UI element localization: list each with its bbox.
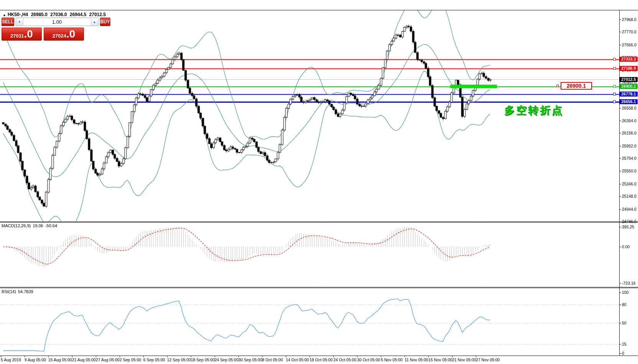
volume-spinner: ▼ ▲	[16, 18, 98, 26]
buy-price-box[interactable]: 27024 .0	[44, 28, 84, 41]
rsi-indicator-label: RSI(14)54.7839	[2, 289, 35, 294]
trade-panel-collapse-icon[interactable]: ▲	[3, 13, 6, 17]
high-value: 27036.0	[50, 12, 67, 17]
rsi-value: 54.7839	[18, 289, 33, 294]
price-level-callout[interactable]: 26900.1	[561, 82, 592, 90]
open-value: 26985.0	[31, 12, 48, 17]
chart-ohlc-header: ▲HK50-,H4 26985.0 27036.0 26944.5 27012.…	[3, 12, 107, 17]
volume-input[interactable]	[23, 18, 91, 26]
mt4-window: 新订单 自动交易	[0, 0, 638, 364]
turning-point-annotation[interactable]: 多空转折点	[504, 103, 564, 117]
sell-price-box[interactable]: 27011 .0	[2, 28, 42, 41]
macd-indicator-label: MACD(12,26,9)19.06-50.64	[2, 223, 59, 228]
low-value: 26944.5	[70, 12, 86, 17]
symbol-period-label: HK50-,H4	[8, 12, 28, 17]
price-chart-canvas[interactable]	[0, 0, 638, 364]
macd-main-value: 19.06	[33, 223, 43, 228]
close-value: 27012.5	[89, 12, 106, 17]
one-click-trade-panel: SELL ▼ ▲ BUY 27011 .0 27024 .0	[2, 18, 84, 41]
volume-decrease-button[interactable]: ▼	[16, 18, 23, 26]
macd-signal-value: -50.64	[45, 223, 57, 228]
sell-price-main: 27011	[10, 33, 24, 39]
sell-price-pips: .0	[24, 28, 33, 40]
sell-button[interactable]: SELL	[2, 18, 14, 26]
buy-button[interactable]: BUY	[100, 18, 110, 26]
buy-price-pips: .0	[66, 28, 75, 40]
volume-increase-button[interactable]: ▲	[91, 18, 98, 26]
level-line-handle[interactable]	[556, 85, 559, 87]
buy-price-main: 27024	[52, 33, 66, 39]
